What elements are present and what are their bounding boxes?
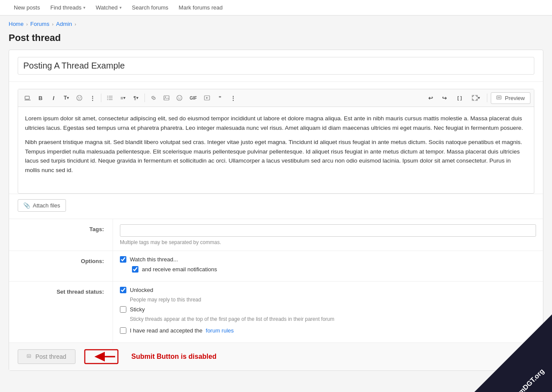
paperclip-icon: 📎 — [23, 202, 30, 209]
email-label[interactable]: and receive email notifications — [142, 266, 217, 273]
attach-section: 📎 Attach files — [9, 194, 543, 219]
watched-arrow: ▾ — [119, 5, 122, 10]
post-icon — [27, 354, 33, 360]
red-arrow-svg — [84, 349, 119, 364]
title-input-wrap — [9, 50, 543, 82]
svg-point-2 — [77, 95, 82, 100]
toolbar-eraser[interactable] — [22, 92, 34, 104]
svg-point-15 — [178, 97, 179, 98]
toolbar-list[interactable] — [104, 92, 116, 104]
svg-marker-26 — [94, 352, 105, 361]
editor-container: B I T▾ ⋮ ≡▾ ¶▾ — [18, 89, 534, 194]
status-label: Set thread status: — [9, 282, 113, 342]
breadcrumb-home[interactable]: Home — [9, 21, 24, 27]
svg-point-4 — [80, 97, 81, 98]
sticky-checkbox-row: Sticky — [120, 306, 536, 313]
toolbar-fullscreen[interactable]: ▾ — [469, 92, 483, 104]
post-thread-button[interactable]: Post thread — [18, 349, 75, 364]
svg-rect-12 — [164, 96, 169, 100]
rules-label[interactable]: I have read and accepted the forum rules — [130, 327, 234, 334]
sticky-hint: Sticky threads appear at the top of the … — [130, 316, 536, 322]
breadcrumb: Home › Forums › Admin › — [0, 16, 552, 31]
toolbar-align[interactable]: ≡▾ — [117, 92, 129, 104]
watch-checkbox[interactable] — [120, 256, 126, 263]
status-row: Set thread status: Unlocked People may r… — [9, 282, 543, 342]
page-title: Post thread — [0, 31, 552, 50]
toolbar-emoji[interactable] — [173, 92, 185, 104]
svg-rect-0 — [25, 96, 29, 99]
thread-title-input[interactable] — [18, 57, 534, 75]
sticky-checkbox[interactable] — [120, 306, 126, 313]
editor-outer: B I T▾ ⋮ ≡▾ ¶▾ — [18, 89, 534, 194]
unlocked-checkbox-row: Unlocked — [120, 287, 536, 293]
toolbar-text-size[interactable]: T▾ — [60, 92, 72, 104]
options-value: Watch this thread... and receive email n… — [113, 251, 543, 281]
arrow-indicator — [84, 349, 119, 364]
nav-mark-forums-read[interactable]: Mark forums read — [173, 0, 228, 16]
toolbar-redo[interactable]: ↪ — [439, 92, 451, 104]
nav-new-posts[interactable]: New posts — [9, 0, 45, 16]
top-nav: New posts Find threads ▾ Watched ▾ Searc… — [0, 0, 552, 16]
toolbar-sep-1 — [101, 94, 101, 102]
toolbar-brackets[interactable]: [ ] — [452, 92, 467, 104]
toolbar-bold[interactable]: B — [34, 92, 47, 104]
attach-files-button[interactable]: 📎 Attach files — [18, 199, 66, 212]
unlocked-checkbox[interactable] — [120, 287, 126, 293]
breadcrumb-forums[interactable]: Forums — [30, 21, 49, 27]
toolbar-link[interactable] — [147, 92, 160, 104]
toolbar-more-1[interactable]: ⋮ — [86, 92, 98, 104]
options-label: Options: — [9, 251, 113, 281]
svg-point-8 — [107, 96, 108, 97]
breadcrumb-sep-1: › — [26, 22, 28, 27]
toolbar-gif[interactable]: GIF — [186, 92, 200, 104]
tags-input[interactable] — [120, 224, 536, 237]
toolbar-quote[interactable]: " — [214, 92, 226, 104]
breadcrumb-sep-3: › — [75, 22, 76, 27]
nav-find-threads[interactable]: Find threads ▾ — [45, 0, 91, 16]
rules-checkbox-row: I have read and accepted the forum rules — [120, 327, 536, 334]
toolbar-media[interactable] — [201, 92, 213, 104]
tags-row: Tags: Multiple tags may be separated by … — [9, 219, 543, 251]
svg-marker-18 — [206, 97, 208, 99]
svg-point-14 — [177, 95, 182, 100]
unlocked-label[interactable]: Unlocked — [130, 287, 153, 293]
watch-checkbox-row: Watch this thread... — [120, 256, 536, 263]
find-threads-arrow: ▾ — [83, 5, 85, 10]
editor-content[interactable]: Lorem ipsum dolor sit amet, consectetur … — [18, 107, 534, 193]
form-footer: Post thread Submit Button is disabled — [9, 342, 543, 370]
breadcrumb-sep-2: › — [52, 22, 53, 27]
tags-label: Tags: — [9, 219, 113, 251]
svg-point-13 — [165, 97, 166, 97]
editor-toolbar: B I T▾ ⋮ ≡▾ ¶▾ — [18, 89, 534, 107]
svg-point-10 — [107, 99, 108, 100]
nav-search-forums[interactable]: Search forums — [127, 0, 174, 16]
svg-rect-19 — [497, 96, 501, 99]
tags-hint: Multiple tags may be separated by commas… — [120, 239, 536, 245]
forum-rules-link[interactable]: forum rules — [206, 327, 234, 334]
toolbar-preview[interactable]: Preview — [491, 92, 530, 104]
watch-label[interactable]: Watch this thread... — [130, 256, 178, 263]
toolbar-smilies[interactable] — [73, 92, 85, 104]
editor-paragraph-2: Nibh praesent tristique magna sit. Sed b… — [25, 138, 527, 175]
breadcrumb-admin[interactable]: Admin — [56, 21, 72, 27]
toolbar-undo[interactable]: ↩ — [425, 92, 437, 104]
email-checkbox-sub: and receive email notifications — [132, 266, 536, 273]
unlocked-hint: People may reply to this thread — [130, 297, 536, 303]
toolbar-more-2[interactable]: ⋮ — [227, 92, 239, 104]
status-value: Unlocked People may reply to this thread… — [113, 282, 543, 342]
email-checkbox-row: and receive email notifications — [132, 266, 536, 273]
rules-checkbox[interactable] — [120, 327, 126, 334]
svg-point-16 — [180, 97, 181, 98]
main-content: B I T▾ ⋮ ≡▾ ¶▾ — [9, 50, 543, 371]
svg-point-9 — [107, 97, 108, 98]
email-checkbox[interactable] — [132, 266, 138, 273]
tags-value: Multiple tags may be separated by commas… — [113, 219, 543, 251]
toolbar-sep-preview — [487, 94, 487, 102]
toolbar-paragraph[interactable]: ¶▾ — [130, 92, 142, 104]
sticky-label[interactable]: Sticky — [130, 306, 145, 313]
toolbar-image[interactable] — [160, 92, 172, 104]
nav-watched[interactable]: Watched ▾ — [91, 0, 127, 16]
disabled-text: Submit Button is disabled — [132, 353, 216, 361]
toolbar-italic[interactable]: I — [47, 92, 60, 104]
editor-paragraph-1: Lorem ipsum dolor sit amet, consectetur … — [25, 114, 527, 132]
